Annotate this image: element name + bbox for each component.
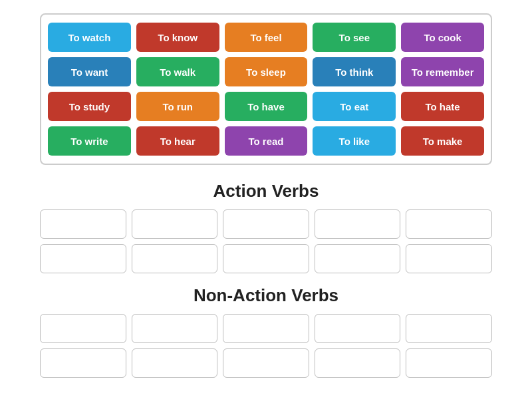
non-action-verbs-title: Non-Action Verbs <box>40 285 492 306</box>
word-chip[interactable]: To sleep <box>225 57 308 86</box>
action-verb-drop-cell[interactable] <box>406 209 492 239</box>
word-chip[interactable]: To know <box>136 23 219 52</box>
action-verb-drop-cell[interactable] <box>132 244 218 273</box>
word-chip[interactable]: To like <box>313 126 396 156</box>
non-action-verb-drop-cell[interactable] <box>406 314 492 343</box>
action-verb-drop-cell[interactable] <box>40 244 126 273</box>
word-bank: To watchTo knowTo feelTo seeTo cookTo wa… <box>40 13 492 165</box>
non-action-verb-drop-cell[interactable] <box>223 314 309 343</box>
word-chip[interactable]: To cook <box>401 23 484 52</box>
word-chip[interactable]: To eat <box>313 92 396 121</box>
non-action-verb-drop-cell[interactable] <box>223 348 309 378</box>
action-verb-drop-cell[interactable] <box>223 209 309 239</box>
action-verbs-section: Action Verbs <box>40 181 492 273</box>
non-action-verb-drop-cell[interactable] <box>132 314 218 343</box>
word-chip[interactable]: To remember <box>401 57 484 86</box>
word-chip[interactable]: To think <box>313 57 396 86</box>
non-action-verb-drop-cell[interactable] <box>132 348 218 378</box>
action-verb-drop-cell[interactable] <box>132 209 218 239</box>
word-chip[interactable]: To feel <box>225 23 308 52</box>
word-chip[interactable]: To write <box>48 126 131 156</box>
word-chip[interactable]: To make <box>401 126 484 156</box>
non-action-verbs-grid <box>40 314 492 378</box>
action-verb-drop-cell[interactable] <box>223 244 309 273</box>
action-verbs-title: Action Verbs <box>40 181 492 201</box>
action-verb-drop-cell[interactable] <box>315 209 401 239</box>
word-chip[interactable]: To walk <box>136 57 219 86</box>
action-verb-drop-cell[interactable] <box>315 244 401 273</box>
word-chip[interactable]: To read <box>225 126 308 156</box>
word-chip[interactable]: To see <box>313 23 396 52</box>
word-chip[interactable]: To hear <box>136 126 219 156</box>
non-action-verbs-section: Non-Action Verbs <box>40 285 492 378</box>
word-chip[interactable]: To want <box>48 57 131 86</box>
word-chip[interactable]: To watch <box>48 23 131 52</box>
non-action-verb-drop-cell[interactable] <box>40 348 126 378</box>
non-action-verb-drop-cell[interactable] <box>315 348 401 378</box>
action-verb-drop-cell[interactable] <box>406 244 492 273</box>
word-chip[interactable]: To have <box>225 92 308 121</box>
word-chip[interactable]: To run <box>136 92 219 121</box>
non-action-verb-drop-cell[interactable] <box>315 314 401 343</box>
action-verbs-grid <box>40 209 492 273</box>
word-chip[interactable]: To study <box>48 92 131 121</box>
word-chip[interactable]: To hate <box>401 92 484 121</box>
non-action-verb-drop-cell[interactable] <box>406 348 492 378</box>
action-verb-drop-cell[interactable] <box>40 209 126 239</box>
non-action-verb-drop-cell[interactable] <box>40 314 126 343</box>
